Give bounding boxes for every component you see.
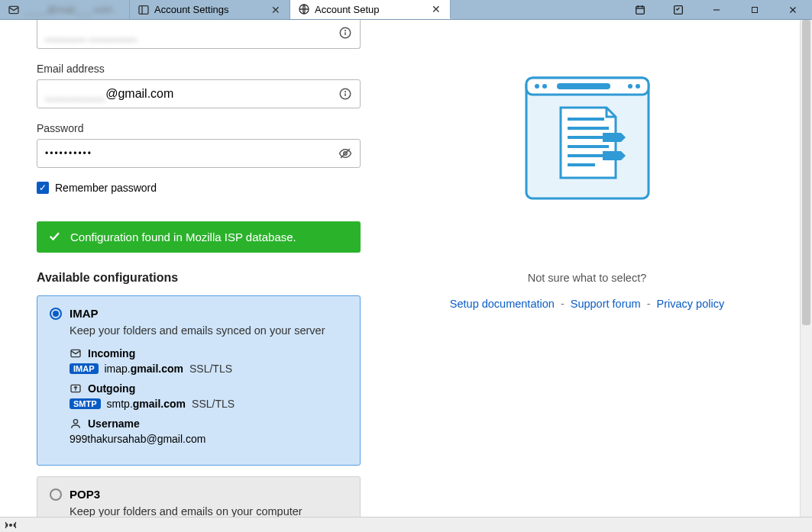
pop-sub: Keep your folders and emails on your com… bbox=[70, 505, 348, 517]
svg-point-23 bbox=[73, 420, 77, 424]
vertical-scrollbar[interactable] bbox=[800, 20, 812, 517]
username-value: 999thakursahab@gmail.com bbox=[70, 433, 205, 445]
globe-icon bbox=[298, 3, 310, 15]
info-icon[interactable] bbox=[338, 26, 352, 43]
password-field[interactable] bbox=[37, 139, 361, 168]
smtp-badge: SMTP bbox=[70, 398, 101, 409]
svg-point-18 bbox=[345, 92, 346, 92]
tab-label: ____@mail___.com bbox=[24, 4, 113, 15]
name-field[interactable]: ______ _______ bbox=[37, 20, 361, 49]
imap-title: IMAP bbox=[70, 307, 99, 320]
check-icon bbox=[47, 229, 61, 245]
link-privacy-policy[interactable]: Privacy policy bbox=[657, 298, 725, 310]
setup-illustration bbox=[519, 73, 656, 203]
link-support-forum[interactable]: Support forum bbox=[571, 298, 641, 310]
config-option-imap[interactable]: IMAP Keep your folders and emails synced… bbox=[37, 295, 361, 466]
password-input[interactable] bbox=[45, 148, 338, 159]
help-question: Not sure what to select? bbox=[405, 272, 769, 284]
separator: - bbox=[647, 298, 651, 310]
help-column: Not sure what to select? Setup documenta… bbox=[374, 20, 800, 517]
info-icon[interactable] bbox=[338, 87, 352, 101]
link-setup-doc[interactable]: Setup documentation bbox=[450, 298, 555, 310]
separator: - bbox=[561, 298, 565, 310]
svg-point-27 bbox=[542, 84, 547, 89]
email-field[interactable]: ________ @gmail.com bbox=[37, 79, 361, 108]
svg-rect-28 bbox=[557, 83, 610, 89]
window-controls bbox=[621, 0, 812, 19]
close-window-button[interactable] bbox=[774, 0, 812, 20]
radio-checked-icon[interactable] bbox=[50, 308, 62, 320]
success-banner: Configuration found in Mozilla ISP datab… bbox=[37, 221, 361, 253]
calendar-icon[interactable] bbox=[621, 0, 659, 20]
title-bar: ____@mail___.com Account Settings ✕ Acco… bbox=[0, 0, 812, 20]
panel-icon bbox=[137, 4, 150, 16]
checkbox-checked-icon: ✓ bbox=[37, 182, 49, 194]
inbox-icon bbox=[70, 347, 82, 360]
svg-point-37 bbox=[10, 524, 12, 526]
tab-account-settings[interactable]: Account Settings ✕ bbox=[130, 0, 290, 19]
svg-point-30 bbox=[636, 84, 640, 89]
help-links: Setup documentation - Support forum - Pr… bbox=[405, 298, 769, 310]
password-label: Password bbox=[37, 122, 374, 134]
email-suffix: @gmail.com bbox=[105, 87, 173, 101]
tab-mail-account[interactable]: ____@mail___.com bbox=[0, 0, 130, 19]
tab-account-setup[interactable]: Account Setup ✕ bbox=[290, 0, 451, 19]
close-icon[interactable]: ✕ bbox=[270, 4, 282, 16]
tab-label: Account Setup bbox=[315, 4, 380, 15]
imap-sub: Keep your folders and emails synced on y… bbox=[70, 324, 348, 337]
maximize-button[interactable] bbox=[736, 0, 774, 20]
minimize-button[interactable] bbox=[697, 0, 736, 20]
status-bar bbox=[0, 517, 812, 532]
content: ______ _______ Email address ________ @g… bbox=[0, 20, 812, 517]
outgoing-label: Outgoing bbox=[88, 382, 135, 395]
activity-icon[interactable] bbox=[5, 519, 17, 531]
banner-text: Configuration found in Mozilla ISP datab… bbox=[70, 231, 296, 243]
close-icon[interactable]: ✕ bbox=[430, 3, 442, 15]
pop-title: POP3 bbox=[70, 488, 100, 501]
name-value: ______ _______ bbox=[45, 27, 137, 41]
svg-point-26 bbox=[535, 84, 539, 89]
svg-point-15 bbox=[345, 30, 346, 31]
incoming-label: Incoming bbox=[88, 347, 135, 360]
tasks-icon[interactable] bbox=[659, 0, 697, 20]
config-option-pop3[interactable]: POP3 Keep your folders and emails on you… bbox=[37, 476, 361, 517]
svg-rect-10 bbox=[752, 7, 758, 12]
email-label: Email address bbox=[37, 63, 374, 75]
incoming-enc: SSL/TLS bbox=[189, 363, 232, 375]
form-column: ______ _______ Email address ________ @g… bbox=[0, 20, 374, 517]
configs-heading: Available configurations bbox=[37, 271, 374, 285]
mail-icon bbox=[8, 4, 20, 16]
radio-unchecked-icon[interactable] bbox=[50, 488, 62, 501]
svg-rect-1 bbox=[139, 5, 148, 14]
eye-off-icon[interactable] bbox=[338, 147, 352, 160]
username-label: Username bbox=[88, 418, 140, 430]
svg-rect-8 bbox=[675, 5, 683, 14]
outgoing-enc: SSL/TLS bbox=[192, 398, 235, 410]
svg-rect-4 bbox=[636, 6, 645, 14]
remember-password-checkbox[interactable]: ✓ Remember password bbox=[37, 182, 374, 194]
imap-badge: IMAP bbox=[70, 363, 99, 374]
remember-label: Remember password bbox=[55, 182, 157, 194]
outgoing-host: smtp.gmail.com bbox=[107, 398, 186, 410]
outbox-icon bbox=[70, 382, 82, 395]
tab-label: Account Settings bbox=[154, 4, 229, 15]
user-icon bbox=[70, 418, 82, 430]
scrollbar-thumb[interactable] bbox=[802, 20, 810, 325]
incoming-host: imap.gmail.com bbox=[105, 363, 183, 375]
svg-point-29 bbox=[628, 84, 632, 89]
